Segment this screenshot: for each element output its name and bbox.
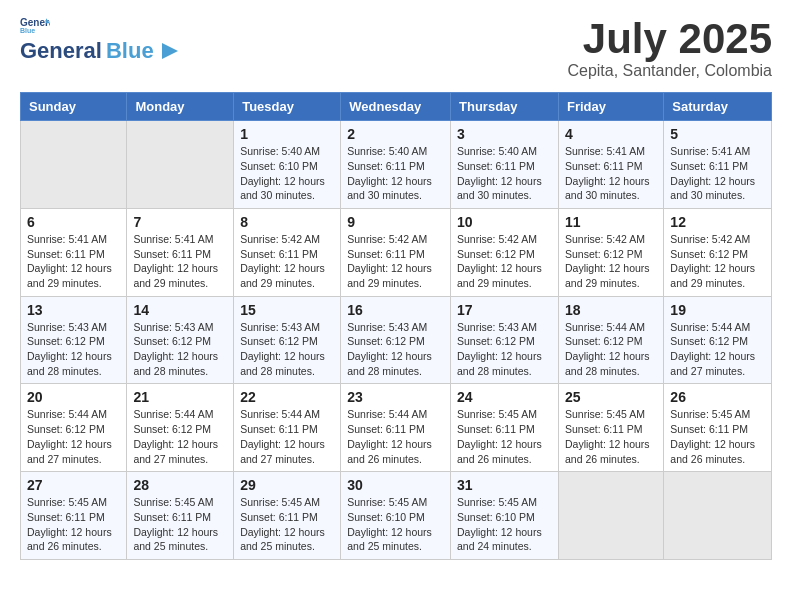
cell-content: Sunrise: 5:43 AM Sunset: 6:12 PM Dayligh… xyxy=(133,320,227,379)
cell-content: Sunrise: 5:43 AM Sunset: 6:12 PM Dayligh… xyxy=(457,320,552,379)
day-number: 31 xyxy=(457,477,552,493)
day-number: 1 xyxy=(240,126,334,142)
day-number: 21 xyxy=(133,389,227,405)
calendar-cell: 2Sunrise: 5:40 AM Sunset: 6:11 PM Daylig… xyxy=(341,121,451,209)
calendar-cell: 9Sunrise: 5:42 AM Sunset: 6:11 PM Daylig… xyxy=(341,208,451,296)
calendar-cell: 7Sunrise: 5:41 AM Sunset: 6:11 PM Daylig… xyxy=(127,208,234,296)
day-number: 25 xyxy=(565,389,657,405)
day-number: 16 xyxy=(347,302,444,318)
calendar-cell: 10Sunrise: 5:42 AM Sunset: 6:12 PM Dayli… xyxy=(451,208,559,296)
cell-content: Sunrise: 5:44 AM Sunset: 6:11 PM Dayligh… xyxy=(240,407,334,466)
cell-content: Sunrise: 5:44 AM Sunset: 6:11 PM Dayligh… xyxy=(347,407,444,466)
day-number: 27 xyxy=(27,477,120,493)
cell-content: Sunrise: 5:42 AM Sunset: 6:12 PM Dayligh… xyxy=(457,232,552,291)
calendar-cell xyxy=(21,121,127,209)
calendar-cell: 6Sunrise: 5:41 AM Sunset: 6:11 PM Daylig… xyxy=(21,208,127,296)
cell-content: Sunrise: 5:45 AM Sunset: 6:11 PM Dayligh… xyxy=(670,407,765,466)
calendar-cell: 28Sunrise: 5:45 AM Sunset: 6:11 PM Dayli… xyxy=(127,472,234,560)
calendar-cell: 8Sunrise: 5:42 AM Sunset: 6:11 PM Daylig… xyxy=(234,208,341,296)
day-number: 7 xyxy=(133,214,227,230)
day-number: 14 xyxy=(133,302,227,318)
header-wednesday: Wednesday xyxy=(341,93,451,121)
week-row-5: 27Sunrise: 5:45 AM Sunset: 6:11 PM Dayli… xyxy=(21,472,772,560)
week-row-3: 13Sunrise: 5:43 AM Sunset: 6:12 PM Dayli… xyxy=(21,296,772,384)
cell-content: Sunrise: 5:44 AM Sunset: 6:12 PM Dayligh… xyxy=(133,407,227,466)
cell-content: Sunrise: 5:42 AM Sunset: 6:11 PM Dayligh… xyxy=(347,232,444,291)
calendar-cell: 1Sunrise: 5:40 AM Sunset: 6:10 PM Daylig… xyxy=(234,121,341,209)
header: General Blue General Blue July 2025 Cepi… xyxy=(20,16,772,80)
day-number: 6 xyxy=(27,214,120,230)
calendar-cell: 30Sunrise: 5:45 AM Sunset: 6:10 PM Dayli… xyxy=(341,472,451,560)
cell-content: Sunrise: 5:45 AM Sunset: 6:11 PM Dayligh… xyxy=(133,495,227,554)
day-number: 19 xyxy=(670,302,765,318)
cell-content: Sunrise: 5:41 AM Sunset: 6:11 PM Dayligh… xyxy=(27,232,120,291)
logo-icon: General Blue xyxy=(20,16,50,36)
cell-content: Sunrise: 5:44 AM Sunset: 6:12 PM Dayligh… xyxy=(565,320,657,379)
week-row-4: 20Sunrise: 5:44 AM Sunset: 6:12 PM Dayli… xyxy=(21,384,772,472)
cell-content: Sunrise: 5:45 AM Sunset: 6:11 PM Dayligh… xyxy=(457,407,552,466)
calendar-cell: 4Sunrise: 5:41 AM Sunset: 6:11 PM Daylig… xyxy=(558,121,663,209)
calendar-cell: 17Sunrise: 5:43 AM Sunset: 6:12 PM Dayli… xyxy=(451,296,559,384)
cell-content: Sunrise: 5:41 AM Sunset: 6:11 PM Dayligh… xyxy=(133,232,227,291)
day-number: 18 xyxy=(565,302,657,318)
page: General Blue General Blue July 2025 Cepi… xyxy=(0,0,792,576)
calendar-cell: 18Sunrise: 5:44 AM Sunset: 6:12 PM Dayli… xyxy=(558,296,663,384)
cell-content: Sunrise: 5:40 AM Sunset: 6:11 PM Dayligh… xyxy=(347,144,444,203)
day-number: 26 xyxy=(670,389,765,405)
month-year: July 2025 xyxy=(567,16,772,62)
calendar-cell: 14Sunrise: 5:43 AM Sunset: 6:12 PM Dayli… xyxy=(127,296,234,384)
week-row-1: 1Sunrise: 5:40 AM Sunset: 6:10 PM Daylig… xyxy=(21,121,772,209)
weekday-header-row: Sunday Monday Tuesday Wednesday Thursday… xyxy=(21,93,772,121)
day-number: 23 xyxy=(347,389,444,405)
cell-content: Sunrise: 5:42 AM Sunset: 6:12 PM Dayligh… xyxy=(565,232,657,291)
calendar-cell: 11Sunrise: 5:42 AM Sunset: 6:12 PM Dayli… xyxy=(558,208,663,296)
calendar-cell: 22Sunrise: 5:44 AM Sunset: 6:11 PM Dayli… xyxy=(234,384,341,472)
calendar-cell xyxy=(558,472,663,560)
svg-text:Blue: Blue xyxy=(20,27,35,34)
calendar-cell: 12Sunrise: 5:42 AM Sunset: 6:12 PM Dayli… xyxy=(664,208,772,296)
cell-content: Sunrise: 5:41 AM Sunset: 6:11 PM Dayligh… xyxy=(565,144,657,203)
header-saturday: Saturday xyxy=(664,93,772,121)
cell-content: Sunrise: 5:43 AM Sunset: 6:12 PM Dayligh… xyxy=(27,320,120,379)
cell-content: Sunrise: 5:43 AM Sunset: 6:12 PM Dayligh… xyxy=(347,320,444,379)
header-monday: Monday xyxy=(127,93,234,121)
logo-triangle-icon xyxy=(158,43,178,59)
cell-content: Sunrise: 5:44 AM Sunset: 6:12 PM Dayligh… xyxy=(670,320,765,379)
day-number: 24 xyxy=(457,389,552,405)
calendar-cell: 25Sunrise: 5:45 AM Sunset: 6:11 PM Dayli… xyxy=(558,384,663,472)
title-block: July 2025 Cepita, Santander, Colombia xyxy=(567,16,772,80)
calendar-cell: 20Sunrise: 5:44 AM Sunset: 6:12 PM Dayli… xyxy=(21,384,127,472)
cell-content: Sunrise: 5:40 AM Sunset: 6:11 PM Dayligh… xyxy=(457,144,552,203)
cell-content: Sunrise: 5:44 AM Sunset: 6:12 PM Dayligh… xyxy=(27,407,120,466)
day-number: 8 xyxy=(240,214,334,230)
cell-content: Sunrise: 5:43 AM Sunset: 6:12 PM Dayligh… xyxy=(240,320,334,379)
calendar-cell: 23Sunrise: 5:44 AM Sunset: 6:11 PM Dayli… xyxy=(341,384,451,472)
day-number: 22 xyxy=(240,389,334,405)
day-number: 29 xyxy=(240,477,334,493)
calendar-cell: 29Sunrise: 5:45 AM Sunset: 6:11 PM Dayli… xyxy=(234,472,341,560)
calendar-cell: 31Sunrise: 5:45 AM Sunset: 6:10 PM Dayli… xyxy=(451,472,559,560)
day-number: 30 xyxy=(347,477,444,493)
calendar-cell: 15Sunrise: 5:43 AM Sunset: 6:12 PM Dayli… xyxy=(234,296,341,384)
week-row-2: 6Sunrise: 5:41 AM Sunset: 6:11 PM Daylig… xyxy=(21,208,772,296)
header-thursday: Thursday xyxy=(451,93,559,121)
calendar-cell: 24Sunrise: 5:45 AM Sunset: 6:11 PM Dayli… xyxy=(451,384,559,472)
logo-general: General xyxy=(20,38,102,64)
header-sunday: Sunday xyxy=(21,93,127,121)
calendar-cell: 3Sunrise: 5:40 AM Sunset: 6:11 PM Daylig… xyxy=(451,121,559,209)
day-number: 12 xyxy=(670,214,765,230)
calendar-cell: 26Sunrise: 5:45 AM Sunset: 6:11 PM Dayli… xyxy=(664,384,772,472)
cell-content: Sunrise: 5:42 AM Sunset: 6:12 PM Dayligh… xyxy=(670,232,765,291)
day-number: 28 xyxy=(133,477,227,493)
day-number: 20 xyxy=(27,389,120,405)
calendar-cell: 21Sunrise: 5:44 AM Sunset: 6:12 PM Dayli… xyxy=(127,384,234,472)
calendar-cell: 13Sunrise: 5:43 AM Sunset: 6:12 PM Dayli… xyxy=(21,296,127,384)
cell-content: Sunrise: 5:40 AM Sunset: 6:10 PM Dayligh… xyxy=(240,144,334,203)
day-number: 5 xyxy=(670,126,765,142)
cell-content: Sunrise: 5:45 AM Sunset: 6:10 PM Dayligh… xyxy=(457,495,552,554)
calendar-cell xyxy=(664,472,772,560)
svg-marker-3 xyxy=(162,43,178,59)
calendar-cell: 19Sunrise: 5:44 AM Sunset: 6:12 PM Dayli… xyxy=(664,296,772,384)
calendar-cell: 16Sunrise: 5:43 AM Sunset: 6:12 PM Dayli… xyxy=(341,296,451,384)
day-number: 15 xyxy=(240,302,334,318)
